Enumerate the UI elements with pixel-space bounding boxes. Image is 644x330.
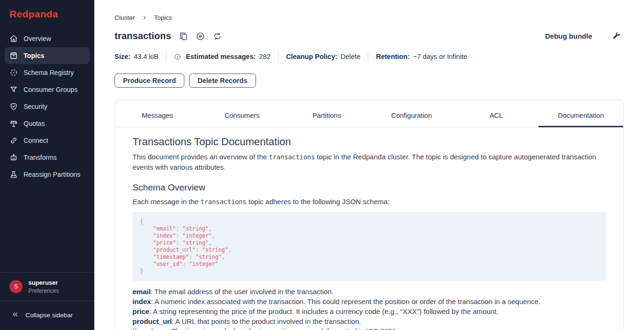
user-block[interactable]: S superuser Preferences (0, 272, 94, 301)
sidebar-item-schema-registry[interactable]: Schema Registry (5, 64, 90, 81)
schema-intro-text: topic adheres to the following JSON sche… (247, 198, 390, 206)
stat-retention: Retention: ~7 days or Infinite (376, 53, 467, 60)
inline-code: transactions (200, 198, 247, 206)
tab-bar: Messages Consumers Partitions Configurat… (115, 112, 623, 127)
sidebar-item-label: Transforms (24, 154, 57, 161)
delete-records-button[interactable]: Delete Records (189, 74, 256, 88)
preferences-link[interactable]: Preferences (28, 288, 59, 294)
sidebar-item-topics[interactable]: Topics (5, 47, 90, 64)
breadcrumb-topics[interactable]: Topics (154, 14, 172, 21)
chevrons-left-icon (11, 311, 19, 320)
redpanda-logo-text: Redpanda (9, 8, 58, 19)
field-description: index: A numeric index associated with t… (132, 297, 606, 306)
tab-consumers[interactable]: Consumers (200, 112, 285, 127)
debug-bundle-link[interactable]: Debug bundle (545, 32, 592, 40)
stat-label: Estimated messages: (186, 53, 256, 60)
chevron-right-icon (141, 15, 148, 21)
stat-label: Cleanup Policy: (286, 53, 338, 60)
schema-intro: Each message in the transactions topic a… (132, 197, 606, 207)
main-content: Cluster Topics transactions Debug bu (94, 0, 644, 330)
inline-code: transactions (269, 153, 315, 161)
tab-acl[interactable]: ACL (454, 112, 539, 127)
stat-divider (166, 52, 166, 61)
sidebar-item-label: Consumer Groups (24, 86, 77, 93)
stat-value: ~7 days or Infinite (413, 53, 467, 60)
stat-label: Retention: (376, 53, 410, 60)
collapse-sidebar-label: Collapse sidebar (25, 312, 73, 319)
avatar[interactable]: S (9, 280, 23, 293)
stat-label: Size: (115, 53, 131, 60)
doc-intro-text: This document provides an overview of th… (132, 153, 269, 161)
app-root: Redpanda Overview Topics Schema Registry (0, 0, 644, 330)
action-buttons: Produce Record Delete Records (115, 74, 624, 88)
tab-partitions[interactable]: Partitions (284, 112, 369, 127)
sidebar: Redpanda Overview Topics Schema Registry (0, 0, 94, 330)
sidebar-item-overview[interactable]: Overview (5, 30, 90, 47)
tab-documentation[interactable]: Documentation (538, 112, 623, 127)
schema-registry-icon (9, 68, 18, 77)
topics-icon (9, 51, 18, 60)
refresh-icon[interactable] (213, 32, 222, 41)
schema-code-block: { "email": "string", "index": "integer",… (132, 212, 606, 281)
tab-messages[interactable]: Messages (115, 112, 200, 127)
sidebar-item-label: Quotas (24, 120, 45, 127)
sidebar-item-label: Reassign Partitions (24, 171, 81, 178)
stat-cleanup-policy: Cleanup Policy: Delete (286, 53, 361, 60)
sidebar-item-label: Connect (24, 137, 48, 144)
sidebar-item-consumer-groups[interactable]: Consumer Groups (5, 81, 90, 98)
title-right: Debug bundle (545, 32, 624, 41)
schema-heading: Schema Overview (132, 182, 606, 193)
shield-check-icon (9, 102, 18, 111)
copy-icon[interactable] (179, 32, 188, 41)
breadcrumb: Cluster Topics (115, 14, 624, 21)
info-icon[interactable] (174, 53, 181, 60)
topic-card: Messages Consumers Partitions Configurat… (115, 100, 624, 330)
robot-icon (9, 153, 18, 162)
link-icon (9, 136, 18, 145)
scales-icon (9, 119, 18, 128)
stats-row: Size: 43.4 kiB Estimated messages: 282 C… (115, 52, 624, 61)
doc-intro: This document provides an overview of th… (132, 152, 606, 172)
user-info: superuser Preferences (28, 279, 59, 294)
stat-value: Delete (341, 53, 361, 60)
stat-estimated-messages: Estimated messages: 282 (174, 53, 271, 60)
wrench-icon[interactable] (612, 32, 621, 41)
home-icon (9, 34, 18, 43)
sidebar-item-label: Overview (24, 35, 51, 42)
sidebar-item-quotas[interactable]: Quotas (5, 115, 90, 132)
documentation-content: Transactions Topic Documentation This do… (115, 127, 623, 330)
stat-value: 282 (259, 53, 271, 60)
redpanda-logo[interactable]: Redpanda (0, 0, 94, 26)
sidebar-item-label: Topics (24, 52, 44, 59)
sidebar-spacer (0, 183, 94, 272)
page-title: transactions (115, 31, 171, 41)
stat-size: Size: 43.4 kiB (115, 53, 158, 60)
field-description: product_url: A URL that points to the pr… (132, 316, 606, 326)
field-description: price: A string representing the price o… (132, 306, 606, 316)
stat-divider (368, 52, 368, 61)
field-description: email: The email address of the user inv… (132, 287, 606, 297)
field-description: timestamp: The timestamp of when the tra… (132, 326, 606, 330)
sidebar-item-label: Security (24, 103, 48, 110)
sidebar-item-connect[interactable]: Connect (5, 132, 90, 149)
schema-intro-text: Each message in the (132, 198, 200, 206)
produce-record-button[interactable]: Produce Record (115, 74, 184, 88)
sidebar-item-reassign-partitions[interactable]: Reassign Partitions (5, 166, 90, 183)
collapse-sidebar-button[interactable]: Collapse sidebar (0, 301, 94, 330)
title-row: transactions Debug bundle (115, 31, 624, 41)
user-name: superuser (28, 279, 59, 286)
doc-title: Transactions Topic Documentation (132, 136, 606, 148)
sidebar-item-security[interactable]: Security (5, 98, 90, 115)
funnel-icon (9, 85, 18, 94)
sidebar-item-transforms[interactable]: Transforms (5, 149, 90, 166)
play-circle-icon[interactable] (196, 32, 205, 41)
stat-divider (278, 52, 279, 61)
title-left: transactions (115, 31, 222, 41)
flask-icon (9, 170, 18, 179)
avatar-initial: S (14, 283, 18, 290)
tab-configuration[interactable]: Configuration (369, 112, 454, 127)
sidebar-item-label: Schema Registry (24, 69, 74, 76)
field-descriptions: email: The email address of the user inv… (132, 287, 606, 330)
breadcrumb-cluster[interactable]: Cluster (115, 14, 135, 21)
stat-value: 43.4 kiB (134, 53, 158, 60)
